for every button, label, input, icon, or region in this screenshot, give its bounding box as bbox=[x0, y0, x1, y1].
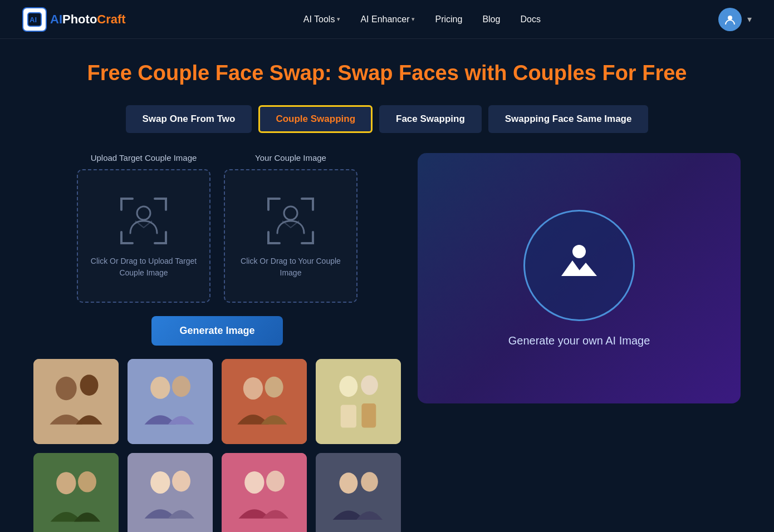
svg-point-10 bbox=[150, 377, 170, 399]
svg-rect-19 bbox=[361, 403, 376, 428]
main-content: Free Couple Face Swap: Swap Faces with C… bbox=[0, 39, 774, 532]
svg-rect-17 bbox=[341, 405, 356, 427]
target-upload-label: Upload Target Couple Image bbox=[91, 153, 197, 162]
ai-image-circle bbox=[523, 210, 635, 321]
svg-point-18 bbox=[361, 375, 378, 395]
svg-point-25 bbox=[172, 471, 190, 492]
tab-bar: Swap One From Two Couple Swapping Face S… bbox=[33, 105, 741, 133]
chevron-down-icon: ▾ bbox=[337, 16, 340, 23]
tab-face-swapping[interactable]: Face Swapping bbox=[379, 105, 482, 133]
your-upload-box[interactable]: Click Or Drag to Your Couple Image bbox=[224, 169, 357, 303]
sample-image-4[interactable] bbox=[316, 359, 401, 444]
svg-point-5 bbox=[284, 206, 297, 220]
svg-point-24 bbox=[150, 471, 170, 494]
svg-rect-26 bbox=[222, 453, 307, 532]
sample-image-7[interactable] bbox=[222, 453, 307, 532]
target-upload-box[interactable]: Click Or Drag to Upload Target Couple Im… bbox=[77, 169, 210, 303]
svg-point-4 bbox=[137, 206, 150, 220]
face-scan-icon bbox=[116, 193, 172, 249]
logo-icon: AI bbox=[22, 7, 47, 32]
svg-rect-15 bbox=[316, 359, 401, 444]
sample-image-5[interactable] bbox=[33, 453, 119, 532]
svg-point-3 bbox=[728, 16, 732, 20]
nav-ai-enhancer[interactable]: AI Enhancer ▾ bbox=[352, 10, 423, 29]
sample-image-6[interactable] bbox=[128, 453, 213, 532]
svg-point-28 bbox=[266, 471, 285, 492]
page-title: Free Couple Face Swap: Swap Faces with C… bbox=[33, 61, 741, 85]
chevron-down-icon: ▾ bbox=[412, 16, 415, 23]
svg-point-27 bbox=[244, 471, 264, 494]
svg-point-22 bbox=[78, 471, 96, 492]
logo[interactable]: AI AIPhotoCraft bbox=[22, 7, 126, 32]
generate-button[interactable]: Generate Image bbox=[151, 316, 282, 346]
your-upload-wrapper: Your Couple Image Click Or Drag to Your … bbox=[224, 153, 357, 303]
nav-chevron-icon[interactable]: ▾ bbox=[747, 14, 752, 24]
tab-swapping-face-same-image[interactable]: Swapping Face Same Image bbox=[488, 105, 649, 133]
svg-point-14 bbox=[265, 377, 283, 398]
svg-text:AI: AI bbox=[30, 16, 37, 24]
right-panel: Generate your own AI Image bbox=[418, 153, 741, 403]
navbar: AI AIPhotoCraft AI Tools ▾ AI Enhancer ▾… bbox=[0, 0, 774, 39]
svg-rect-6 bbox=[33, 359, 119, 444]
nav-pricing[interactable]: Pricing bbox=[427, 10, 470, 29]
svg-point-32 bbox=[572, 245, 586, 258]
sample-image-3[interactable] bbox=[222, 359, 307, 444]
sample-image-2[interactable] bbox=[128, 359, 213, 444]
svg-point-7 bbox=[56, 377, 77, 400]
sample-image-8[interactable] bbox=[316, 453, 401, 532]
ai-image-icon bbox=[557, 242, 601, 289]
sample-image-1[interactable] bbox=[33, 359, 119, 444]
nav-links: AI Tools ▾ AI Enhancer ▾ Pricing Blog Do… bbox=[296, 10, 548, 29]
svg-point-11 bbox=[172, 376, 190, 397]
svg-rect-9 bbox=[128, 359, 213, 444]
nav-ai-tools[interactable]: AI Tools ▾ bbox=[296, 10, 349, 29]
upload-row: Upload Target Couple Image bbox=[33, 153, 401, 303]
tab-couple-swapping[interactable]: Couple Swapping bbox=[258, 105, 373, 133]
your-upload-label: Your Couple Image bbox=[255, 153, 326, 162]
tab-swap-one-from-two[interactable]: Swap One From Two bbox=[126, 105, 252, 133]
generate-label: Generate your own AI Image bbox=[508, 334, 650, 347]
sample-grid bbox=[33, 359, 401, 532]
svg-point-30 bbox=[339, 472, 357, 494]
content-area: Upload Target Couple Image bbox=[33, 153, 741, 532]
left-panel: Upload Target Couple Image bbox=[33, 153, 401, 532]
your-upload-text: Click Or Drag to Your Couple Image bbox=[225, 255, 356, 279]
svg-point-13 bbox=[243, 377, 263, 400]
svg-point-31 bbox=[361, 472, 378, 491]
svg-rect-23 bbox=[128, 453, 213, 532]
target-upload-text: Click Or Drag to Upload Target Couple Im… bbox=[78, 255, 209, 279]
nav-docs[interactable]: Docs bbox=[512, 10, 548, 29]
nav-blog[interactable]: Blog bbox=[474, 10, 508, 29]
svg-rect-12 bbox=[222, 359, 307, 444]
svg-point-16 bbox=[339, 376, 357, 397]
svg-point-21 bbox=[56, 472, 76, 494]
svg-rect-29 bbox=[316, 453, 401, 532]
nav-right: ▾ bbox=[718, 8, 752, 31]
user-avatar-button[interactable] bbox=[718, 8, 742, 31]
face-scan-icon-2 bbox=[263, 193, 319, 249]
target-upload-wrapper: Upload Target Couple Image bbox=[77, 153, 210, 303]
svg-point-8 bbox=[80, 375, 99, 396]
